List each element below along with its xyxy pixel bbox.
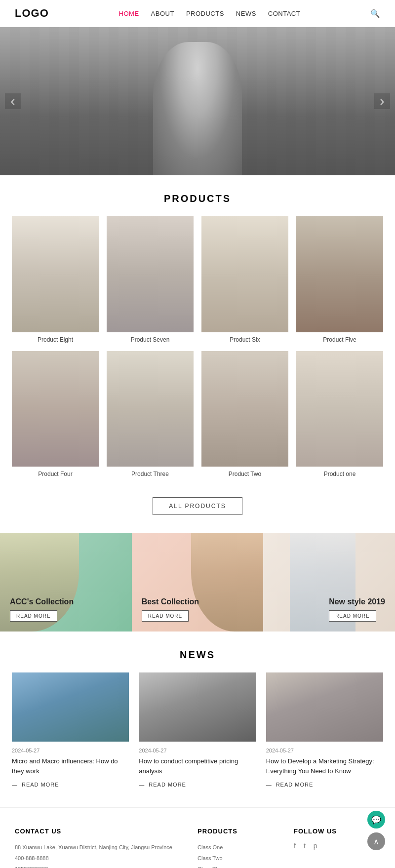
product-label: Product Six [230, 336, 260, 343]
hero-prev-arrow[interactable]: ‹ [5, 93, 21, 109]
all-products-button[interactable]: ALL PRODUCTS [153, 497, 242, 515]
news-card-1: 2024-05-27 Micro and Macro influencers: … [12, 672, 129, 788]
products-grid-row2: Product Four Product Three Product Two P… [12, 351, 383, 478]
news-card-3: 2024-05-27 How to Develop a Marketing St… [266, 672, 383, 788]
news-read-more-3[interactable]: READ MORE [266, 782, 383, 788]
news-read-more-1[interactable]: READ MORE [12, 782, 129, 788]
nav-news[interactable]: NEWS [236, 10, 256, 17]
all-products-wrap: ALL PRODUCTS [12, 485, 383, 533]
footer-class-two[interactable]: Class Two [198, 853, 284, 864]
footer-follow: FOLLOW US f t p [294, 828, 380, 868]
product-card[interactable]: Product Five [296, 216, 383, 343]
float-top-button[interactable]: ∧ [367, 832, 385, 850]
products-grid-row1: Product Eight Product Seven Product Six … [12, 216, 383, 343]
news-read-more-2[interactable]: READ MORE [139, 782, 256, 788]
float-chat-button[interactable]: 💬 [367, 811, 385, 829]
collection-card-1: ACC's Collection READ MORE [0, 533, 132, 631]
collection-3-read-more[interactable]: READ MORE [329, 610, 376, 622]
product-label: Product Five [323, 336, 356, 343]
product-card[interactable]: Product Three [107, 351, 194, 478]
nav-products[interactable]: PRODUCTS [186, 10, 224, 17]
product-image [296, 351, 383, 467]
collection-2-content: Best Collection READ MORE [142, 597, 199, 622]
product-image [107, 216, 194, 332]
news-title-2: How to conduct competitive pricing analy… [139, 756, 256, 776]
news-image-3 [266, 672, 383, 742]
product-card[interactable]: Product Six [201, 216, 288, 343]
hero-slider: ‹ › [0, 27, 395, 175]
product-label: Product one [324, 471, 356, 477]
product-label: Product Three [131, 471, 169, 477]
product-image [201, 351, 288, 467]
collection-1-content: ACC's Collection READ MORE [10, 597, 74, 622]
twitter-icon[interactable]: t [304, 842, 306, 850]
header: LOGO HOME ABOUT PRODUCTS NEWS CONTACT 🔍 [0, 0, 395, 27]
product-label: Product Eight [38, 336, 73, 343]
collection-1-read-more[interactable]: READ MORE [10, 610, 57, 622]
news-title-3: How to Develop a Marketing Strategy: Eve… [266, 756, 383, 776]
product-label: Product Two [229, 471, 261, 477]
news-date-1: 2024-05-27 [12, 748, 129, 753]
collection-3-title: New style 2019 [329, 597, 385, 606]
main-nav: HOME ABOUT PRODUCTS NEWS CONTACT [119, 10, 301, 17]
product-label: Product Four [38, 471, 72, 477]
footer: Contact Us 88 Xuanwu Lake, Xuanwu Distri… [0, 807, 395, 868]
product-card[interactable]: Product Two [201, 351, 288, 478]
nav-about[interactable]: ABOUT [151, 10, 174, 17]
footer-main: Contact Us 88 Xuanwu Lake, Xuanwu Distri… [0, 808, 395, 868]
collection-card-2: Best Collection READ MORE [132, 533, 264, 631]
footer-products-title: PRODUCTS [198, 828, 284, 835]
news-image-1 [12, 672, 129, 742]
footer-contact-title: Contact Us [15, 828, 188, 835]
footer-class-three[interactable]: Class Three [198, 864, 284, 868]
footer-products: PRODUCTS Class One Class Two Class Three… [198, 828, 284, 868]
news-image-2 [139, 672, 256, 742]
news-grid: 2024-05-27 Micro and Macro influencers: … [12, 672, 383, 788]
product-card[interactable]: Product Seven [107, 216, 194, 343]
news-title-1: Micro and Macro influencers: How do they… [12, 756, 129, 776]
product-card[interactable]: Product Four [12, 351, 99, 478]
footer-address: 88 Xuanwu Lake, Xuanwu District, Nanjing… [15, 842, 188, 853]
hero-next-arrow[interactable]: › [374, 93, 390, 109]
collection-2-title: Best Collection [142, 597, 199, 606]
collection-card-3: New style 2019 READ MORE [263, 533, 395, 631]
collection-2-read-more[interactable]: READ MORE [142, 610, 189, 622]
news-title: NEWS [12, 631, 383, 672]
news-date-3: 2024-05-27 [266, 748, 383, 753]
product-image [12, 351, 99, 467]
search-icon[interactable]: 🔍 [370, 9, 380, 18]
product-image [296, 216, 383, 332]
footer-follow-title: FOLLOW US [294, 828, 380, 835]
nav-home[interactable]: HOME [119, 10, 139, 17]
product-image [107, 351, 194, 467]
footer-contact: Contact Us 88 Xuanwu Lake, Xuanwu Distri… [15, 828, 188, 868]
products-section: PRODUCTS Product Eight Product Seven Pro… [0, 175, 395, 533]
product-image [201, 216, 288, 332]
news-date-2: 2024-05-27 [139, 748, 256, 753]
news-section: NEWS 2024-05-27 Micro and Macro influenc… [0, 631, 395, 807]
product-label: Product Seven [131, 336, 170, 343]
logo: LOGO [15, 7, 49, 20]
product-image [12, 216, 99, 332]
footer-class-one[interactable]: Class One [198, 842, 284, 853]
footer-phone2: 13586888088 [15, 864, 188, 868]
facebook-icon[interactable]: f [294, 842, 296, 850]
nav-contact[interactable]: CONTACT [268, 10, 300, 17]
news-card-2: 2024-05-27 How to conduct competitive pr… [139, 672, 256, 788]
collection-1-title: ACC's Collection [10, 597, 74, 606]
pinterest-icon[interactable]: p [314, 842, 317, 850]
product-card[interactable]: Product Eight [12, 216, 99, 343]
collection-section: ACC's Collection READ MORE Best Collecti… [0, 533, 395, 631]
product-card[interactable]: Product one [296, 351, 383, 478]
footer-phone1: 400-888-8888 [15, 853, 188, 864]
collection-3-content: New style 2019 READ MORE [329, 597, 385, 622]
products-title: PRODUCTS [12, 175, 383, 216]
